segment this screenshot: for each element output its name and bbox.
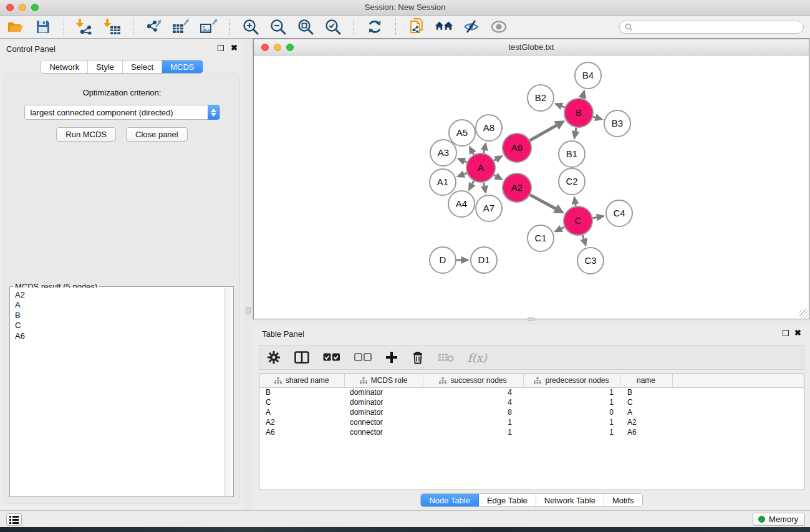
clone-network-icon[interactable]	[407, 18, 426, 36]
graph-edge-A-A8[interactable]	[484, 150, 485, 153]
table-cell[interactable]: 1	[523, 417, 620, 427]
open-session-icon[interactable]	[6, 18, 25, 36]
table-cell[interactable]: 1	[523, 387, 620, 397]
graph-edge-C-C4[interactable]	[593, 218, 597, 218]
hide-panels-icon[interactable]	[462, 18, 481, 36]
table-cell[interactable]: A	[259, 407, 344, 417]
task-history-button[interactable]	[6, 513, 22, 526]
run-mcds-button[interactable]: Run MCDS	[56, 127, 116, 142]
mcds-result-item[interactable]: A2	[15, 290, 224, 300]
mcds-result-item[interactable]: C	[15, 321, 224, 331]
tab-network[interactable]: Network	[41, 60, 88, 73]
table-tab-node-table[interactable]: Node Table	[421, 494, 479, 506]
graph-edge-A-A2[interactable]	[494, 175, 496, 177]
table-cell[interactable]: 1	[523, 427, 620, 437]
show-panels-icon[interactable]	[489, 18, 508, 36]
table-row[interactable]: Cdominator41C	[259, 397, 804, 407]
table-cell[interactable]: 1	[423, 417, 523, 427]
graph-edge-A-A5[interactable]	[473, 153, 473, 155]
select-all-icon[interactable]	[323, 353, 340, 362]
table-cell[interactable]: A6	[620, 427, 672, 437]
table-cell[interactable]: 0	[523, 407, 620, 417]
network-graph[interactable]: B4B2BB3A8A5A6A3B1AC2A1A2A4A7C4CC1DD1C3	[254, 56, 809, 319]
close-panel-icon[interactable]: ✖	[231, 43, 238, 52]
settings-gear-icon[interactable]	[267, 351, 281, 364]
horizontal-split-divider[interactable]	[253, 319, 810, 325]
zoom-selected-icon[interactable]	[324, 18, 342, 36]
column-header-MCDS-role[interactable]: MCDS role	[344, 374, 423, 387]
float-panel-icon[interactable]	[218, 45, 224, 51]
graph-edge-A-A3[interactable]	[465, 162, 467, 162]
table-cell[interactable]: A2	[259, 417, 344, 427]
table-close-icon[interactable]: ✖	[794, 328, 801, 337]
zoom-in-icon[interactable]	[241, 18, 260, 36]
table-cell[interactable]: 1	[423, 427, 523, 437]
import-network-icon[interactable]	[75, 18, 94, 36]
table-cell[interactable]: connector	[344, 417, 423, 427]
graph-edge-B-B3[interactable]	[593, 117, 595, 117]
table-cell[interactable]: B	[259, 387, 344, 397]
search-input[interactable]	[635, 22, 798, 32]
graph-edge-B-B1[interactable]	[576, 128, 576, 132]
zoom-fit-icon[interactable]	[296, 18, 315, 36]
graph-edge-A-A7[interactable]	[484, 183, 485, 186]
table-cell[interactable]: 4	[423, 397, 523, 407]
table-cell[interactable]: dominator	[344, 397, 423, 407]
graph-edge-B-B2[interactable]	[562, 106, 565, 107]
mcds-result-item[interactable]: B	[15, 311, 224, 321]
close-panel-button[interactable]: Close panel	[126, 127, 188, 142]
table-tab-motifs[interactable]: Motifs	[604, 494, 642, 506]
table-row[interactable]: Bdominator41B	[259, 387, 804, 397]
column-header-name[interactable]: name	[620, 374, 672, 387]
export-table-icon[interactable]	[172, 18, 191, 36]
table-cell[interactable]: A2	[620, 417, 672, 427]
window-resize-grip[interactable]	[799, 309, 808, 318]
tab-select[interactable]: Select	[123, 60, 162, 73]
mcds-result-list[interactable]: A2ABCA6	[11, 288, 224, 496]
table-cell[interactable]: connector	[344, 427, 423, 437]
network-canvas[interactable]: B4B2BB3A8A5A6A3B1AC2A1A2A4A7C4CC1DD1C3	[254, 56, 809, 319]
mcds-result-item[interactable]: A6	[15, 331, 224, 341]
split-view-icon[interactable]	[294, 351, 309, 364]
function-builder-icon[interactable]: f(x)	[468, 351, 487, 364]
table-cell[interactable]: C	[620, 397, 672, 407]
zoom-out-icon[interactable]	[269, 18, 287, 36]
table-cell[interactable]: C	[259, 397, 344, 407]
table-cell[interactable]: A6	[259, 427, 344, 437]
table-row[interactable]: Adominator80A	[259, 407, 804, 417]
graph-edge-A-A1[interactable]	[464, 173, 466, 174]
result-scrollbar[interactable]	[224, 288, 233, 496]
table-cell[interactable]: dominator	[344, 387, 423, 397]
delete-column-icon[interactable]	[412, 351, 424, 364]
column-header-predecessor-nodes[interactable]: predecessor nodes	[523, 374, 620, 387]
export-network-icon[interactable]	[145, 18, 163, 36]
table-cell[interactable]: 8	[423, 407, 523, 417]
add-column-icon[interactable]	[385, 351, 398, 364]
search-field[interactable]	[619, 21, 804, 34]
delete-table-icon[interactable]	[438, 352, 454, 362]
table-cell[interactable]: 4	[423, 387, 523, 397]
table-cell[interactable]: A	[620, 407, 672, 417]
export-image-icon[interactable]	[200, 18, 218, 36]
graph-edge-A2-C[interactable]	[530, 195, 556, 208]
graph-edge-A-A6[interactable]	[494, 160, 496, 161]
graph-edge-A-A4[interactable]	[472, 181, 473, 184]
refresh-icon[interactable]	[365, 18, 384, 36]
home-icon[interactable]	[435, 18, 453, 36]
table-cell[interactable]: dominator	[344, 407, 423, 417]
mcds-result-item[interactable]: A	[15, 300, 224, 310]
table-tab-edge-table[interactable]: Edge Table	[479, 494, 536, 506]
tab-style[interactable]: Style	[88, 60, 123, 73]
table-tab-network-table[interactable]: Network Table	[536, 494, 604, 506]
vertical-split-grip[interactable]	[246, 307, 251, 314]
graph-edge-A6-B[interactable]	[530, 125, 556, 140]
deselect-all-icon[interactable]	[354, 353, 372, 362]
import-table-icon[interactable]	[103, 18, 122, 36]
network-window-titlebar[interactable]: testGlobe.txt	[254, 39, 809, 56]
graph-edge-C-C3[interactable]	[582, 235, 584, 239]
memory-button[interactable]: Memory	[753, 513, 805, 526]
table-float-icon[interactable]	[783, 330, 789, 336]
horizontal-split-grip[interactable]	[528, 317, 535, 321]
column-header-successor-nodes[interactable]: successor nodes	[423, 374, 523, 387]
save-session-icon[interactable]	[34, 18, 52, 36]
